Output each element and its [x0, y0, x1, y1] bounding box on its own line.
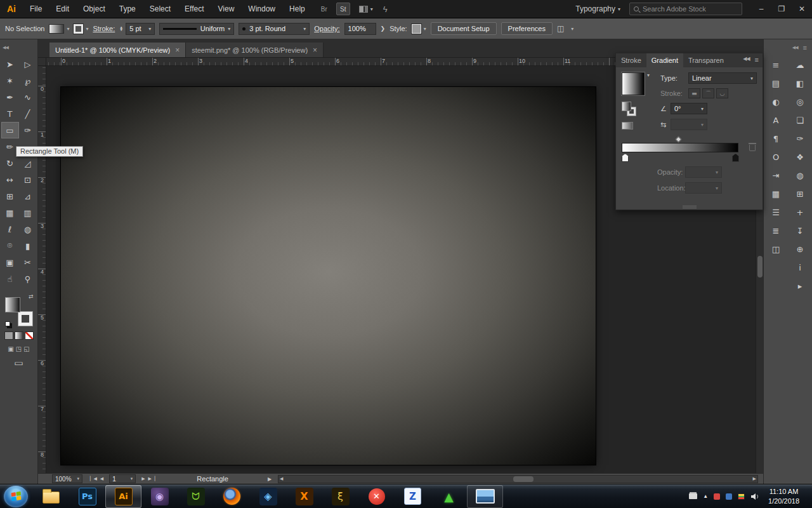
stroke-weight-field[interactable]: 5 pt▾ [126, 23, 155, 35]
free-transform-tool[interactable]: ⊡ [19, 171, 37, 188]
workspace-switcher[interactable]: Typography ▾ [575, 4, 620, 13]
line-segment-tool[interactable]: ╱ [19, 105, 37, 122]
vertical-scrollbar-thumb[interactable] [757, 256, 763, 277]
tray-update-icon[interactable] [714, 493, 720, 500]
draw-behind-icon[interactable]: ◳ [16, 345, 22, 352]
taskbar-photoshop[interactable]: Ps [69, 485, 105, 508]
gradient-tool[interactable]: ▥ [19, 204, 37, 221]
tab-stroke-panel[interactable]: Stroke [616, 53, 646, 67]
character-panel-icon[interactable]: A [768, 112, 784, 128]
layers-panel-icon[interactable]: ≣ [768, 223, 784, 239]
tab-gradient-panel[interactable]: Gradient [646, 53, 683, 67]
first-artboard-button[interactable]: ▏◀ [90, 476, 97, 481]
gradient-midpoint-marker[interactable] [676, 137, 682, 143]
width-tool[interactable]: ↔ [1, 171, 19, 188]
taskbar-purple-media-app[interactable]: ◉ [141, 485, 178, 508]
info-panel-icon[interactable]: i [792, 260, 808, 276]
fill-color-dropdown[interactable]: ▾ [49, 24, 69, 34]
taskbar-xampp[interactable]: X [286, 485, 322, 508]
expand-panels-icon[interactable]: ◀◀ [792, 45, 798, 50]
lasso-tool[interactable]: ℘ [19, 72, 37, 89]
stroke-weight-stepper[interactable]: ▲▼ [119, 26, 123, 31]
align-panel-icon[interactable]: ☰ [768, 204, 784, 220]
tray-network-icon[interactable] [726, 493, 732, 500]
gradient-button[interactable] [15, 331, 23, 340]
close-tab-icon[interactable]: × [175, 46, 180, 55]
volume-icon[interactable] [750, 493, 760, 500]
menu-file[interactable]: File [23, 0, 49, 18]
taskbar-clock[interactable]: 11:10 AM 1/20/2018 [766, 487, 806, 506]
tab-untitled-1[interactable]: Untitled-1* @ 100% (CMYK/Preview) × [49, 43, 186, 57]
scale-tool[interactable]: ◿ [19, 155, 37, 171]
minimize-button[interactable]: – [751, 0, 771, 18]
opacity-flyout-icon[interactable]: ❯ [381, 25, 386, 32]
document-setup-button[interactable]: Document Setup [431, 22, 497, 35]
artboard-number-field[interactable]: 1▾ [109, 474, 136, 483]
next-artboard-button[interactable]: ▶ [141, 476, 145, 481]
gradient-stop-black[interactable] [732, 154, 739, 162]
artboard-tool[interactable]: ▣ [1, 254, 19, 271]
gradient-stop-white[interactable] [622, 154, 629, 162]
opacity-field[interactable]: 100% [344, 23, 376, 35]
tab-steemit-png[interactable]: steemit.png* @ 100% (RGB/Preview) × [186, 43, 324, 57]
mesh-tool[interactable]: ▦ [1, 204, 19, 221]
gradient-fill-stroke-toggle[interactable] [622, 102, 641, 118]
zoom-tool[interactable]: ⚲ [19, 271, 37, 287]
gradient-slider[interactable] [622, 143, 738, 152]
gradient-preview-swatch[interactable] [622, 72, 645, 95]
panel-menu-icon[interactable]: ≡ [755, 56, 759, 64]
perspective-grid-tool[interactable]: ⊿ [19, 188, 37, 204]
opacity-label[interactable]: Opacity: [314, 25, 339, 32]
pathfinder-panel-icon[interactable]: ⊞ [792, 186, 808, 202]
close-tab-icon[interactable]: × [313, 46, 317, 55]
symbol-sprayer-tool[interactable]: ⌾ [1, 237, 19, 254]
libraries-panel-icon[interactable]: ☁ [792, 57, 808, 73]
last-artboard-button[interactable]: ▶▕ [148, 476, 155, 481]
actions-panel-icon[interactable]: ▸ [792, 278, 808, 294]
glyphs-panel-icon[interactable]: ▦ [768, 186, 784, 202]
color-guide-panel-icon[interactable]: ◎ [792, 94, 808, 110]
pen-tool[interactable]: ✒ [1, 89, 19, 105]
menu-window[interactable]: Window [241, 0, 282, 18]
draw-normal-icon[interactable]: ▣ [8, 345, 13, 352]
taskbar-red-error-app[interactable]: ✕ [358, 485, 395, 508]
magic-wand-tool[interactable]: ✶ [1, 72, 19, 89]
color-button[interactable] [4, 331, 13, 340]
rotate-tool[interactable]: ↻ [1, 155, 19, 171]
taskbar-blue-diamond-app[interactable]: ◈ [250, 485, 286, 508]
draw-inside-icon[interactable]: ◱ [23, 345, 29, 352]
symbols-panel-icon[interactable]: ❖ [792, 149, 808, 165]
bridge-button[interactable]: Br [317, 3, 331, 15]
artboards-panel-icon[interactable]: ◫ [768, 241, 784, 257]
menu-type[interactable]: Type [112, 0, 143, 18]
panel-resize-grip[interactable] [683, 206, 697, 208]
menu-select[interactable]: Select [143, 0, 178, 18]
none-button[interactable] [25, 331, 34, 340]
vertical-ruler[interactable]: 012345678 [38, 66, 46, 473]
tray-language-icon[interactable] [738, 493, 745, 500]
style-dropdown[interactable]: ▾ [412, 24, 426, 34]
tabs-panel-icon[interactable]: ⇥ [768, 168, 784, 184]
fill-color-well[interactable] [5, 297, 20, 312]
previous-artboard-button[interactable]: ◀ [100, 476, 103, 481]
close-button[interactable]: ✕ [792, 0, 812, 18]
swap-fill-stroke-icon[interactable]: ⇄ [29, 293, 34, 300]
type-tool[interactable]: T [1, 105, 19, 122]
shape-builder-tool[interactable]: ⊞ [1, 188, 19, 204]
brush-definition-dropdown[interactable]: 3 pt. Round▾ [239, 23, 310, 35]
menu-object[interactable]: Object [76, 0, 112, 18]
asset-export-panel-icon[interactable]: ↧ [792, 223, 808, 239]
horizontal-scrollbar[interactable]: ◀ ▶ [278, 475, 758, 483]
dimensions-icon[interactable]: ◫ [557, 24, 564, 33]
appearance-panel-icon[interactable]: ◍ [792, 168, 808, 184]
brushes-panel-icon[interactable]: ✑ [792, 131, 808, 147]
variable-width-dropdown[interactable]: Uniform▾ [159, 23, 234, 35]
app-logo[interactable]: Ai [0, 4, 23, 14]
direct-selection-tool[interactable]: ▷ [19, 56, 37, 72]
taskbar-illustrator[interactable]: Ai [105, 485, 141, 508]
dock-menu-icon[interactable]: ≡ [803, 44, 807, 51]
stroke-label[interactable]: Stroke: [93, 25, 115, 32]
collapse-tools-icon[interactable]: ◀◀ [3, 45, 8, 50]
taskbar-myanmar-text-app[interactable]: ξ [322, 485, 358, 508]
rectangle-tool[interactable]: ▭ [1, 122, 19, 138]
